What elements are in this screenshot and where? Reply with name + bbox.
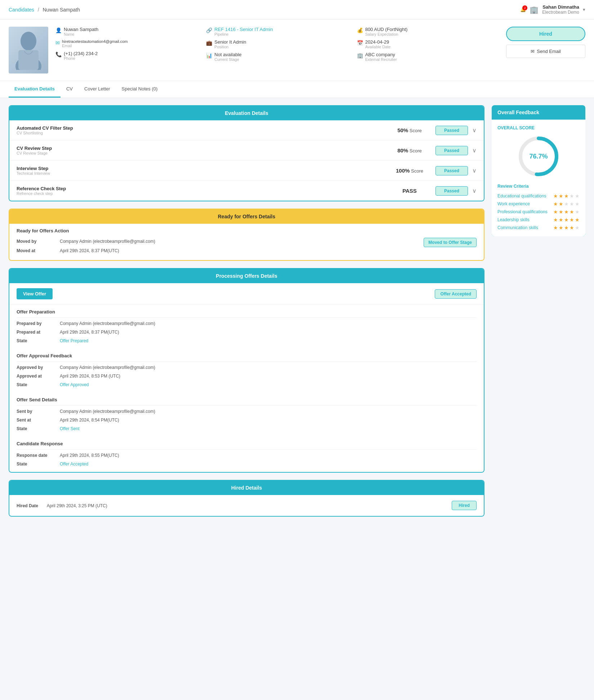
- notification-bell[interactable]: 🔔 2: [520, 7, 526, 12]
- step1-name: Automated CV Filter Step: [17, 125, 384, 131]
- offer-approval-section: Offer Approval Feedback Approved by Comp…: [9, 349, 484, 393]
- hired-details-body: Hired Date April 29th 2024, 3:25 PM (UTC…: [9, 495, 484, 516]
- offer-accepted-badge: Offer Accepted: [435, 289, 477, 299]
- offer-preparation-section: Offer Preparation Prepared by Company Ad…: [9, 305, 484, 349]
- candidate-response-title: Candidate Response: [17, 441, 477, 446]
- profile-col-1: 👤 Nuwan Sampath Name ✉ hiretracetestauto…: [55, 27, 197, 62]
- step2-sub: CV Review Stage: [17, 151, 384, 155]
- user-details: Sahan Dimnatha Electrobeam Demo: [542, 4, 579, 15]
- offer-approval-title: Offer Approval Feedback: [17, 353, 477, 358]
- hired-details-card: Hired Details Hired Date April 29th 2024…: [9, 480, 484, 517]
- user-name: Sahan Dimnatha: [542, 4, 579, 10]
- candidate-name-value: Nuwan Sampath: [64, 27, 98, 32]
- step4-name: Reference Check Step: [17, 186, 384, 191]
- eval-step-3: Interview Step Technical Interview 100% …: [9, 161, 484, 181]
- profile-col-2: 🔗 REF 1416 - Senior IT Admin Pipeline 💼 …: [206, 27, 348, 62]
- step2-chevron-icon[interactable]: ∨: [472, 147, 477, 154]
- position-icon: 💼: [206, 40, 212, 46]
- actions-area: Hired ✉ Send Email: [506, 27, 585, 58]
- evaluation-card-body: Automated CV Filter Step CV Shortlisting…: [9, 120, 484, 201]
- main-content: Evaluation Details Automated CV Filter S…: [0, 98, 594, 524]
- left-column: Evaluation Details Automated CV Filter S…: [9, 105, 484, 517]
- moved-at-row: Moved at April 29th 2024, 8:37 PM(UTC): [17, 247, 419, 254]
- meta-available-date: 📅 2024-04-29 Available Date: [357, 39, 499, 49]
- overall-score-label: OVERALL SCORE: [497, 125, 580, 130]
- offer-send-section: Offer Send Details Sent by Company Admin…: [9, 393, 484, 437]
- salary-label: Salary Expectation: [365, 32, 408, 36]
- processing-offers-body: View Offer Offer Accepted Offer Preparat…: [9, 283, 484, 472]
- available-date-label: Available Date: [365, 45, 391, 49]
- salary-icon: 💰: [357, 27, 363, 33]
- phone-icon: 📞: [55, 52, 62, 57]
- email-value: hiretracetestautomation4@gmail.com: [62, 39, 128, 44]
- criteria-professional-stars: ★ ★ ★ ★ ★: [553, 209, 580, 215]
- criteria-educational: Educational qualifications ★ ★ ★ ★ ★: [497, 193, 580, 199]
- criteria-educational-label: Educational qualifications: [497, 193, 546, 199]
- current-stage-value: Not available: [214, 52, 241, 57]
- evaluation-details-card: Evaluation Details Automated CV Filter S…: [9, 105, 484, 201]
- user-chevron-icon[interactable]: ▾: [583, 7, 585, 12]
- feedback-card-header: Overall Feedback: [492, 105, 585, 120]
- step3-score: 100% Score: [388, 168, 431, 174]
- criteria-leadership: Leadership skills ★ ★ ★ ★ ★: [497, 217, 580, 223]
- criteria-communication-label: Communication skills: [497, 225, 538, 230]
- profile-area: 👤 Nuwan Sampath Name ✉ hiretracetestauto…: [0, 19, 594, 81]
- recruiter-label: External Recruiter: [365, 57, 397, 62]
- date-icon: 📅: [357, 40, 363, 46]
- moved-to-offer-badge: Moved to Offer Stage: [424, 238, 477, 247]
- name-label: Name: [64, 32, 98, 36]
- email-icon: ✉: [55, 40, 60, 46]
- criteria-work-stars: ★ ★ ★ ★ ★: [553, 201, 580, 207]
- breadcrumb-candidates-link[interactable]: Candidates: [9, 7, 34, 13]
- criteria-educational-stars: ★ ★ ★ ★ ★: [553, 193, 580, 199]
- criteria-work-label: Work experience: [497, 201, 530, 206]
- profile-meta: 👤 Nuwan Sampath Name ✉ hiretracetestauto…: [55, 27, 499, 62]
- view-offer-button[interactable]: View Offer: [17, 288, 53, 299]
- recruiter-value: ABC company: [365, 52, 397, 57]
- approval-state-row: State Offer Approved: [17, 381, 477, 388]
- photo-placeholder: [9, 27, 48, 73]
- step1-chevron-icon[interactable]: ∨: [472, 127, 477, 134]
- meta-current-stage: 📊 Not available Current Stage: [206, 52, 348, 62]
- ready-for-offers-body: Ready for Offers Action Moved by Company…: [9, 224, 484, 260]
- hired-button[interactable]: Hired: [506, 27, 585, 41]
- ready-action-label: Ready for Offers Action: [9, 224, 484, 235]
- eval-step-1: Automated CV Filter Step CV Shortlisting…: [9, 120, 484, 141]
- user-company: Electrobeam Demo: [542, 10, 579, 15]
- tab-cover-letter[interactable]: Cover Letter: [79, 81, 116, 98]
- criteria-communication-stars: ★ ★ ★ ★ ★: [553, 225, 580, 231]
- step2-name: CV Review Step: [17, 146, 384, 151]
- criteria-leadership-stars: ★ ★ ★ ★ ★: [553, 217, 580, 223]
- step4-chevron-icon[interactable]: ∨: [472, 187, 477, 194]
- email-send-icon: ✉: [531, 49, 535, 54]
- tab-evaluation-details[interactable]: Evaluation Details: [9, 81, 61, 98]
- criteria-communication: Communication skills ★ ★ ★ ★ ★: [497, 225, 580, 231]
- position-value: Senior It Admin: [214, 39, 246, 45]
- meta-salary: 💰 800 AUD (FortNight) Salary Expectation: [357, 27, 499, 36]
- breadcrumb: Candidates / Nuwan Sampath: [9, 7, 80, 13]
- tab-special-notes[interactable]: Special Notes (0): [116, 81, 164, 98]
- response-date-row: Response date April 29th 2024, 8:55 PM(U…: [17, 452, 477, 459]
- available-date-value: 2024-04-29: [365, 39, 391, 45]
- approval-by-row: Approved by Company Admin (electrobeampr…: [17, 364, 477, 371]
- step3-sub: Technical Interview: [17, 171, 384, 175]
- step4-score: PASS: [388, 188, 431, 194]
- candidate-photo: [9, 27, 48, 73]
- moved-by-row: Moved by Company Admin (electrobeamprofi…: [17, 238, 419, 245]
- tab-cv[interactable]: CV: [61, 81, 79, 98]
- criteria-leadership-label: Leadership skills: [497, 217, 530, 222]
- donut-chart: 76.7%: [497, 135, 580, 178]
- hired-date-row: Hired Date April 29th 2024, 3:25 PM (UTC…: [9, 495, 484, 516]
- position-label: Position: [214, 45, 246, 49]
- pipeline-value: REF 1416 - Senior IT Admin: [214, 27, 273, 32]
- tab-bar: Evaluation Details CV Cover Letter Speci…: [0, 81, 594, 98]
- hired-details-header: Hired Details: [9, 481, 484, 495]
- phone-value: (+1) (234) 234-2: [64, 51, 98, 56]
- breadcrumb-separator: /: [38, 7, 39, 13]
- eval-step-4: Reference Check Step Refrence check step…: [9, 181, 484, 201]
- meta-pipeline: 🔗 REF 1416 - Senior IT Admin Pipeline: [206, 27, 348, 36]
- donut-score-text: 76.7%: [529, 153, 548, 160]
- criteria-work-experience: Work experience ★ ★ ★ ★ ★: [497, 201, 580, 207]
- send-email-button[interactable]: ✉ Send Email: [506, 45, 585, 58]
- step3-chevron-icon[interactable]: ∨: [472, 167, 477, 174]
